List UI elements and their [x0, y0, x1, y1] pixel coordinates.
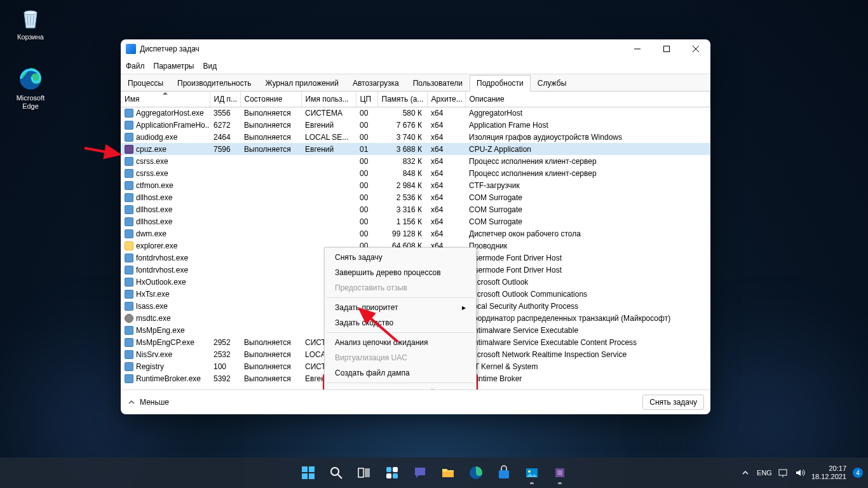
- context-menu-item[interactable]: Задать приоритет▶: [326, 300, 475, 315]
- process-name: csrss.exe: [136, 169, 168, 178]
- store-button[interactable]: [491, 460, 517, 485]
- context-menu-separator: [327, 383, 474, 383]
- svg-rect-18: [386, 473, 391, 478]
- process-name: csrss.exe: [136, 157, 168, 166]
- column-header[interactable]: Память (а...: [377, 92, 427, 107]
- task-view-button[interactable]: [351, 460, 377, 485]
- context-menu-item: Предоставить отзыв: [326, 280, 475, 295]
- photos-button[interactable]: [519, 460, 545, 485]
- process-row[interactable]: dllhost.exe001 156 Кx64COM Surrogate: [121, 215, 710, 227]
- end-task-button[interactable]: Снять задачу: [642, 395, 704, 410]
- desktop-icon-edge[interactable]: Microsoft Edge: [8, 66, 53, 111]
- process-row[interactable]: cpuz.exe7596ВыполняетсяЕвгений013 688 Кx…: [121, 143, 710, 155]
- system-tray: ENG 20:17 18.12.2021 4: [740, 464, 863, 481]
- svg-rect-27: [779, 470, 787, 475]
- cpuz-taskbar-button[interactable]: [547, 460, 573, 485]
- notification-badge[interactable]: 4: [853, 468, 863, 478]
- process-icon: [125, 362, 133, 371]
- process-icon: [125, 169, 133, 178]
- minimize-button[interactable]: [623, 39, 652, 58]
- process-table-wrap: ИмяИД п...СостояниеИмя польз...ЦППамять …: [121, 92, 710, 390]
- process-row[interactable]: dllhost.exe002 536 Кx64COM Surrogate: [121, 191, 710, 203]
- process-row[interactable]: ApplicationFrameHo...6272ВыполняетсяЕвге…: [121, 119, 710, 131]
- process-icon: [125, 254, 133, 262]
- context-menu-item[interactable]: Завершить дерево процессов: [326, 265, 475, 280]
- process-name: dllhost.exe: [136, 205, 172, 214]
- clock[interactable]: 20:17 18.12.2021: [811, 464, 846, 481]
- recycle-bin-icon: [18, 5, 43, 30]
- tab-4[interactable]: Пользователи: [406, 75, 470, 92]
- tab-6[interactable]: Службы: [531, 75, 573, 92]
- column-header[interactable]: ИД п...: [210, 92, 240, 107]
- svg-rect-3: [664, 46, 670, 52]
- process-icon: [125, 266, 133, 274]
- taskbar-center: [295, 460, 573, 485]
- context-menu-item[interactable]: Снять задачу: [326, 250, 475, 265]
- column-header[interactable]: ЦП: [356, 92, 377, 107]
- process-row[interactable]: AggregatorHost.exe3556ВыполняетсяСИСТЕМА…: [121, 107, 710, 119]
- tab-1[interactable]: Производительность: [170, 75, 258, 92]
- menu-options[interactable]: Параметры: [154, 62, 194, 71]
- search-button[interactable]: [323, 460, 349, 485]
- tray-chevron-icon[interactable]: [740, 468, 750, 478]
- svg-rect-14: [358, 468, 363, 477]
- menu-file[interactable]: Файл: [126, 62, 145, 71]
- column-header[interactable]: Имя: [121, 92, 210, 107]
- clock-time: 20:17: [811, 464, 846, 473]
- context-menu-item[interactable]: Создать файл дампа: [326, 365, 475, 381]
- process-row[interactable]: csrss.exe00832 Кx64Процесс исполнения кл…: [121, 155, 710, 167]
- process-name: explorer.exe: [136, 241, 177, 250]
- process-name: fontdrvhost.exe: [136, 266, 188, 274]
- tab-3[interactable]: Автозагрузка: [346, 75, 406, 92]
- language-indicator[interactable]: ENG: [757, 469, 772, 477]
- edge-taskbar-button[interactable]: [463, 460, 489, 485]
- tabbar: ПроцессыПроизводительностьЖурнал приложе…: [121, 74, 710, 92]
- process-icon: [125, 350, 133, 359]
- process-icon: [125, 290, 133, 299]
- context-menu-item[interactable]: Задать сходство: [326, 315, 475, 330]
- process-row[interactable]: dwm.exe0099 128 Кx64Диспетчер окон рабоч…: [121, 227, 710, 240]
- process-name: Registry: [136, 362, 164, 371]
- desktop-icon-label: Microsoft Edge: [8, 94, 53, 111]
- network-icon[interactable]: [778, 468, 789, 478]
- tab-5[interactable]: Подробности: [470, 75, 531, 92]
- svg-rect-17: [393, 467, 398, 472]
- tab-0[interactable]: Процессы: [121, 75, 170, 92]
- volume-icon[interactable]: [795, 468, 805, 478]
- process-name: dllhost.exe: [136, 193, 172, 202]
- start-button[interactable]: [295, 460, 321, 485]
- svg-rect-22: [499, 470, 509, 478]
- tab-2[interactable]: Журнал приложений: [259, 75, 346, 92]
- chat-button[interactable]: [407, 460, 433, 485]
- process-name: fontdrvhost.exe: [136, 254, 188, 262]
- process-row[interactable]: ctfmon.exe002 984 Кx64CTF-загрузчик: [121, 179, 710, 191]
- context-menu-item[interactable]: Открыть расположение файла: [326, 385, 475, 390]
- column-header[interactable]: Состояние: [240, 92, 301, 107]
- explorer-button[interactable]: [435, 460, 461, 485]
- context-menu-item[interactable]: Анализ цепочки ожидания: [326, 335, 475, 350]
- process-row[interactable]: audiodg.exe2464ВыполняетсяLOCAL SE...003…: [121, 131, 710, 143]
- process-name: msdtc.exe: [136, 314, 171, 323]
- column-header[interactable]: Имя польз...: [301, 92, 356, 107]
- titlebar[interactable]: Диспетчер задач: [121, 39, 710, 58]
- process-row[interactable]: csrss.exe00848 Кx64Процесс исполнения кл…: [121, 167, 710, 179]
- edge-icon: [18, 66, 43, 92]
- clock-date: 18.12.2021: [811, 473, 846, 481]
- process-icon: [125, 121, 133, 130]
- svg-rect-15: [365, 468, 370, 477]
- fewer-details-button[interactable]: Меньше: [127, 398, 169, 407]
- desktop-icon-recycle-bin[interactable]: Корзина: [8, 5, 53, 41]
- process-name: cpuz.exe: [136, 145, 166, 154]
- process-icon: [125, 241, 133, 250]
- footer: Меньше Снять задачу: [121, 390, 710, 414]
- process-name: NisSrv.exe: [136, 350, 172, 359]
- widgets-button[interactable]: [379, 460, 405, 485]
- process-row[interactable]: dllhost.exe003 316 Кx64COM Surrogate: [121, 203, 710, 215]
- maximize-button[interactable]: [652, 39, 681, 58]
- process-name: audiodg.exe: [136, 133, 177, 142]
- column-header[interactable]: Архите...: [427, 92, 465, 107]
- column-header[interactable]: Описание: [465, 92, 710, 107]
- close-button[interactable]: [681, 39, 710, 58]
- process-icon: [125, 217, 133, 226]
- menu-view[interactable]: Вид: [203, 62, 217, 71]
